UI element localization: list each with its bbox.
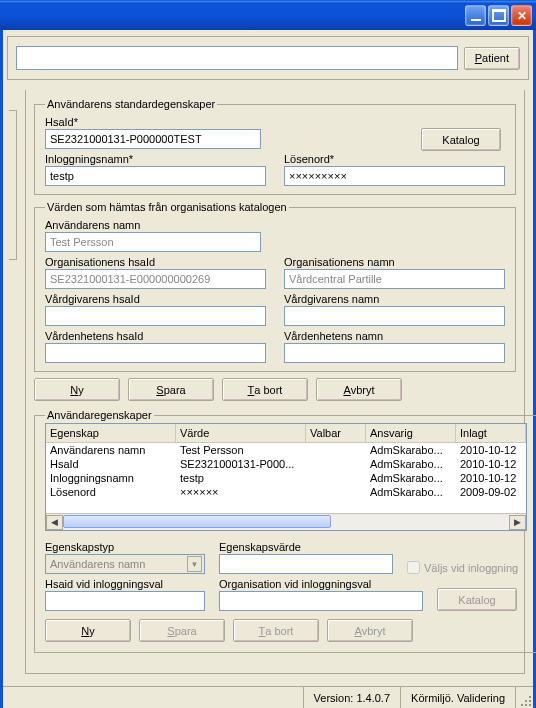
chevron-down-icon: ▼ xyxy=(187,556,202,572)
valjs-checkbox[interactable] xyxy=(407,561,420,574)
table-cell: testp xyxy=(176,471,306,485)
group-user-legend: Användaregenskaper xyxy=(45,409,154,421)
scroll-left-icon[interactable]: ◀ xyxy=(46,515,63,530)
resize-grip-icon[interactable] xyxy=(515,687,533,708)
org-login-label: Organisation vid inloggningsval xyxy=(219,578,423,590)
table-row[interactable]: HsaIdSE2321000131-P000...AdmSkarabo...20… xyxy=(46,457,526,471)
table-cell: Test Persson xyxy=(176,443,306,457)
svg-rect-4 xyxy=(525,704,527,706)
egenskapstyp-select[interactable]: Användarens namn ▼ xyxy=(45,554,205,574)
button-row-2: Ny Spara Ta bort Avbryt xyxy=(45,619,527,642)
inlogg-label: Inloggningsnamn* xyxy=(45,153,266,165)
group-standard-legend: Användarens standardegenskaper xyxy=(45,98,217,110)
inlogg-input[interactable] xyxy=(45,166,266,186)
col-egenskap[interactable]: Egenskap xyxy=(46,424,176,443)
tabort-button-2[interactable]: Ta bort xyxy=(233,619,319,642)
svg-rect-0 xyxy=(529,696,531,698)
scroll-right-icon[interactable]: ▶ xyxy=(509,515,526,530)
svg-rect-3 xyxy=(521,704,523,706)
patient-button[interactable]: PPatientatient xyxy=(464,47,520,70)
table-cell: 2010-10-12 xyxy=(456,457,526,471)
egenskapsvarde-input[interactable] xyxy=(219,554,393,574)
table-cell: Lösenord xyxy=(46,485,176,499)
main-panel: Användarens standardegenskaper Katalog H… xyxy=(25,90,525,674)
egenskapstyp-label: Egenskapstyp xyxy=(45,541,205,553)
status-bar: Version: 1.4.0.7 Körmiljö. Validering xyxy=(3,686,533,708)
table-cell xyxy=(306,485,366,499)
button-row-1: Ny Spara Ta bort Avbryt xyxy=(34,378,516,401)
title-bar xyxy=(0,0,536,30)
status-version: Version: 1.4.0.7 xyxy=(303,687,400,708)
losenord-input[interactable] xyxy=(284,166,505,186)
table-cell xyxy=(306,471,366,485)
scroll-track[interactable] xyxy=(63,515,509,530)
top-toolbar: PPatientatient xyxy=(7,36,529,80)
org-hsaid-input xyxy=(45,269,266,289)
avbryt-button-2[interactable]: Avbryt xyxy=(327,619,413,642)
spara-button-1[interactable]: Spara xyxy=(128,378,214,401)
vardgiv-namn-label: Vårdgivarens namn xyxy=(284,293,505,305)
grid-header: Egenskap Värde Valbar Ansvarig Inlagt xyxy=(46,424,526,443)
col-inlagt[interactable]: Inlagt xyxy=(456,424,526,443)
col-varde[interactable]: Värde xyxy=(176,424,306,443)
org-hsaid-label: Organisationens hsaId xyxy=(45,256,266,268)
table-cell: 2009-09-02 xyxy=(456,485,526,499)
table-cell: AdmSkarabo... xyxy=(366,471,456,485)
vardenhet-namn-input xyxy=(284,343,505,363)
ny-button-2[interactable]: Ny xyxy=(45,619,131,642)
table-cell xyxy=(306,457,366,471)
group-org-legend: Värden som hämtas från organisations kat… xyxy=(45,201,289,213)
table-cell: Användarens namn xyxy=(46,443,176,457)
hsaid-login-label: Hsaid vid inloggningsval xyxy=(45,578,205,590)
anv-namn-input xyxy=(45,232,261,252)
losenord-label: Lösenord* xyxy=(284,153,505,165)
maximize-button[interactable] xyxy=(488,5,509,26)
svg-rect-2 xyxy=(529,700,531,702)
table-row[interactable]: Lösenord××××××AdmSkarabo...2009-09-02 xyxy=(46,485,526,499)
col-valbar[interactable]: Valbar xyxy=(306,424,366,443)
table-row[interactable]: InloggningsnamntestpAdmSkarabo...2010-10… xyxy=(46,471,526,485)
table-cell: 2010-10-12 xyxy=(456,443,526,457)
hsaid-label: HsaId* xyxy=(45,116,505,128)
status-env: Körmiljö. Validering xyxy=(400,687,515,708)
col-ansvarig[interactable]: Ansvarig xyxy=(366,424,456,443)
ny-button-1[interactable]: Ny xyxy=(34,378,120,401)
scroll-thumb[interactable] xyxy=(63,515,331,528)
table-cell xyxy=(306,443,366,457)
close-button[interactable] xyxy=(511,5,532,26)
table-row[interactable]: Användarens namnTest PerssonAdmSkarabo..… xyxy=(46,443,526,457)
vardenhet-hsaid-input xyxy=(45,343,266,363)
table-cell: 2010-10-12 xyxy=(456,471,526,485)
svg-rect-5 xyxy=(529,704,531,706)
org-namn-label: Organisationens namn xyxy=(284,256,505,268)
hsaid-login-input[interactable] xyxy=(45,591,205,611)
table-cell: Inloggningsnamn xyxy=(46,471,176,485)
properties-grid[interactable]: Egenskap Värde Valbar Ansvarig Inlagt An… xyxy=(45,423,527,531)
svg-rect-1 xyxy=(525,700,527,702)
table-cell: ×××××× xyxy=(176,485,306,499)
katalog-button[interactable]: Katalog xyxy=(421,128,501,151)
vardgiv-hsaid-input xyxy=(45,306,266,326)
vardgiv-hsaid-label: Vårdgivarens hsaId xyxy=(45,293,266,305)
spara-button-2[interactable]: Spara xyxy=(139,619,225,642)
grid-hscroll[interactable]: ◀ ▶ xyxy=(46,513,526,530)
vardgiv-namn-input xyxy=(284,306,505,326)
table-cell: AdmSkarabo... xyxy=(366,485,456,499)
table-cell: AdmSkarabo... xyxy=(366,457,456,471)
org-login-input[interactable] xyxy=(219,591,423,611)
left-panel-edge xyxy=(9,110,17,260)
tabort-button-1[interactable]: Ta bort xyxy=(222,378,308,401)
avbryt-button-1[interactable]: Avbryt xyxy=(316,378,402,401)
egenskapsvarde-label: Egenskapsvärde xyxy=(219,541,393,553)
hsaid-input[interactable] xyxy=(45,129,261,149)
table-cell: SE2321000131-P000... xyxy=(176,457,306,471)
group-standard-properties: Användarens standardegenskaper Katalog H… xyxy=(34,98,516,195)
patient-search-input[interactable] xyxy=(16,46,458,70)
valjs-checkbox-label: Väljs vid inloggning xyxy=(407,561,518,574)
group-org-values: Värden som hämtas från organisations kat… xyxy=(34,201,516,372)
katalog-button-2[interactable]: Katalog xyxy=(437,588,517,611)
vardenhet-hsaid-label: Vårdenhetens hsaId xyxy=(45,330,266,342)
minimize-button[interactable] xyxy=(465,5,486,26)
org-namn-input xyxy=(284,269,505,289)
table-cell: AdmSkarabo... xyxy=(366,443,456,457)
